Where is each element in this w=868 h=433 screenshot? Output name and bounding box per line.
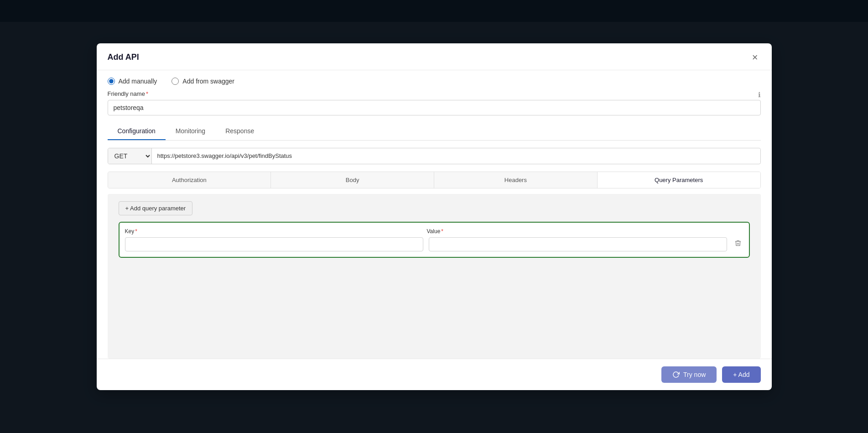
param-key-input[interactable] xyxy=(125,237,423,251)
close-button[interactable]: × xyxy=(749,52,761,63)
param-labels: Key* Value* xyxy=(125,228,743,235)
trash-icon xyxy=(734,240,742,247)
friendly-name-input[interactable] xyxy=(108,100,761,115)
tab-configuration[interactable]: Configuration xyxy=(108,123,166,140)
add-api-modal: Add API × Add manually Add from swagger … xyxy=(97,43,772,390)
add-manually-label: Add manually xyxy=(119,78,157,85)
modal-title: Add API xyxy=(108,52,139,62)
radio-group: Add manually Add from swagger xyxy=(97,70,772,90)
add-label: + Add xyxy=(733,371,749,378)
method-select[interactable]: GET POST PUT DELETE PATCH xyxy=(108,148,152,164)
modal-footer: Try now + Add xyxy=(97,359,772,390)
sub-tab-authorization[interactable]: Authorization xyxy=(108,172,271,188)
add-button[interactable]: + Add xyxy=(722,366,760,383)
info-icon: ℹ xyxy=(758,91,761,99)
try-now-button[interactable]: Try now xyxy=(661,366,717,383)
param-row-container: Key* Value* xyxy=(119,222,750,258)
sub-tab-headers[interactable]: Headers xyxy=(434,172,598,188)
add-from-swagger-radio[interactable] xyxy=(172,78,179,85)
add-from-swagger-radio-label[interactable]: Add from swagger xyxy=(172,78,234,85)
modal-header: Add API × xyxy=(97,43,772,70)
param-value-input[interactable] xyxy=(429,237,727,251)
try-now-label: Try now xyxy=(683,371,706,378)
sub-tab-query-parameters[interactable]: Query Parameters xyxy=(598,172,760,188)
friendly-name-section: Friendly name* ℹ xyxy=(97,90,772,123)
add-from-swagger-label: Add from swagger xyxy=(182,78,234,85)
modal-overlay: Add API × Add manually Add from swagger … xyxy=(0,0,868,433)
sub-tab-body[interactable]: Body xyxy=(271,172,434,188)
key-label: Key* xyxy=(125,228,420,235)
value-label: Value* xyxy=(427,228,722,235)
required-star: * xyxy=(146,90,148,97)
param-inputs xyxy=(125,237,743,251)
sub-tabs: Authorization Body Headers Query Paramet… xyxy=(108,172,761,188)
refresh-icon xyxy=(672,371,680,378)
content-area: + Add query parameter Key* Value* xyxy=(108,194,761,359)
delete-param-button[interactable] xyxy=(733,238,743,250)
url-input[interactable] xyxy=(152,149,760,163)
add-query-param-label: + Add query parameter xyxy=(125,205,186,212)
add-query-param-button[interactable]: + Add query parameter xyxy=(119,201,193,215)
main-tabs: Configuration Monitoring Response xyxy=(108,123,761,141)
tab-response[interactable]: Response xyxy=(215,123,264,140)
tab-monitoring[interactable]: Monitoring xyxy=(166,123,215,140)
friendly-name-label-row: Friendly name* ℹ xyxy=(108,90,761,100)
url-row: GET POST PUT DELETE PATCH xyxy=(108,148,761,164)
add-manually-radio-label[interactable]: Add manually xyxy=(108,78,157,85)
friendly-name-label: Friendly name* xyxy=(108,90,148,97)
add-manually-radio[interactable] xyxy=(108,78,115,85)
